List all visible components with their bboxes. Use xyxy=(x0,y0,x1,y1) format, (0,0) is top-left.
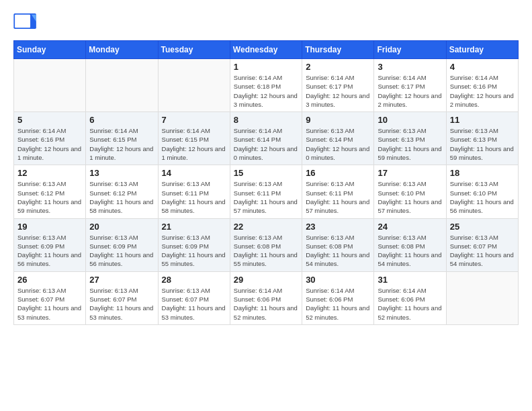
day-info: Sunrise: 6:13 AM Sunset: 6:07 PM Dayligh… xyxy=(89,286,154,322)
day-number: 7 xyxy=(162,115,226,125)
calendar-week-row: 26Sunrise: 6:13 AM Sunset: 6:07 PM Dayli… xyxy=(14,271,519,324)
calendar-day-cell: 16Sunrise: 6:13 AM Sunset: 6:11 PM Dayli… xyxy=(302,165,374,218)
calendar-day-cell: 5Sunrise: 6:14 AM Sunset: 6:16 PM Daylig… xyxy=(14,112,86,165)
calendar-day-cell: 14Sunrise: 6:13 AM Sunset: 6:11 PM Dayli… xyxy=(158,165,230,218)
day-number: 27 xyxy=(89,275,154,285)
calendar-day-cell: 24Sunrise: 6:13 AM Sunset: 6:08 PM Dayli… xyxy=(374,218,446,271)
day-info: Sunrise: 6:13 AM Sunset: 6:13 PM Dayligh… xyxy=(450,126,515,162)
day-info: Sunrise: 6:14 AM Sunset: 6:16 PM Dayligh… xyxy=(450,73,515,109)
day-info: Sunrise: 6:14 AM Sunset: 6:15 PM Dayligh… xyxy=(162,126,226,162)
day-info: Sunrise: 6:14 AM Sunset: 6:18 PM Dayligh… xyxy=(234,73,298,109)
calendar-day-cell: 6Sunrise: 6:14 AM Sunset: 6:15 PM Daylig… xyxy=(86,112,158,165)
day-number: 10 xyxy=(378,115,442,125)
day-number: 30 xyxy=(306,275,370,285)
calendar-day-cell: 21Sunrise: 6:13 AM Sunset: 6:09 PM Dayli… xyxy=(158,218,230,271)
day-info: Sunrise: 6:14 AM Sunset: 6:17 PM Dayligh… xyxy=(306,73,370,109)
calendar-day-cell: 19Sunrise: 6:13 AM Sunset: 6:09 PM Dayli… xyxy=(14,218,86,271)
calendar-day-cell: 17Sunrise: 6:13 AM Sunset: 6:10 PM Dayli… xyxy=(374,165,446,218)
calendar-day-cell: 13Sunrise: 6:13 AM Sunset: 6:12 PM Dayli… xyxy=(86,165,158,218)
day-info: Sunrise: 6:13 AM Sunset: 6:09 PM Dayligh… xyxy=(162,233,226,269)
calendar-day-cell: 29Sunrise: 6:14 AM Sunset: 6:06 PM Dayli… xyxy=(230,271,302,324)
day-number: 15 xyxy=(234,168,298,178)
day-number: 8 xyxy=(234,115,298,125)
weekday-header: Sunday xyxy=(14,41,86,59)
weekday-header: Tuesday xyxy=(158,41,230,59)
calendar-day-cell: 7Sunrise: 6:14 AM Sunset: 6:15 PM Daylig… xyxy=(158,112,230,165)
calendar-day-cell: 30Sunrise: 6:14 AM Sunset: 6:06 PM Dayli… xyxy=(302,271,374,324)
day-number: 13 xyxy=(89,168,154,178)
day-number: 20 xyxy=(89,222,154,232)
calendar-day-cell xyxy=(158,59,230,112)
day-info: Sunrise: 6:13 AM Sunset: 6:08 PM Dayligh… xyxy=(378,233,442,269)
day-number: 14 xyxy=(162,168,226,178)
day-info: Sunrise: 6:13 AM Sunset: 6:10 PM Dayligh… xyxy=(378,179,442,215)
calendar-day-cell: 26Sunrise: 6:13 AM Sunset: 6:07 PM Dayli… xyxy=(14,271,86,324)
calendar-day-cell: 8Sunrise: 6:14 AM Sunset: 6:14 PM Daylig… xyxy=(230,112,302,165)
calendar-day-cell: 28Sunrise: 6:13 AM Sunset: 6:07 PM Dayli… xyxy=(158,271,230,324)
day-info: Sunrise: 6:13 AM Sunset: 6:08 PM Dayligh… xyxy=(306,233,370,269)
day-number: 21 xyxy=(162,222,226,232)
day-info: Sunrise: 6:13 AM Sunset: 6:08 PM Dayligh… xyxy=(234,233,298,269)
day-info: Sunrise: 6:13 AM Sunset: 6:11 PM Dayligh… xyxy=(234,179,298,215)
day-info: Sunrise: 6:14 AM Sunset: 6:06 PM Dayligh… xyxy=(378,286,442,322)
calendar-day-cell xyxy=(86,59,158,112)
day-info: Sunrise: 6:13 AM Sunset: 6:13 PM Dayligh… xyxy=(378,126,442,162)
calendar-day-cell: 11Sunrise: 6:13 AM Sunset: 6:13 PM Dayli… xyxy=(446,112,518,165)
day-info: Sunrise: 6:14 AM Sunset: 6:15 PM Dayligh… xyxy=(89,126,154,162)
day-info: Sunrise: 6:13 AM Sunset: 6:09 PM Dayligh… xyxy=(17,233,82,269)
weekday-header: Thursday xyxy=(302,41,374,59)
day-info: Sunrise: 6:13 AM Sunset: 6:12 PM Dayligh… xyxy=(17,179,82,215)
day-info: Sunrise: 6:14 AM Sunset: 6:16 PM Dayligh… xyxy=(17,126,82,162)
calendar-day-cell: 25Sunrise: 6:13 AM Sunset: 6:07 PM Dayli… xyxy=(446,218,518,271)
day-number: 22 xyxy=(234,222,298,232)
day-number: 2 xyxy=(306,62,370,72)
calendar-week-row: 1Sunrise: 6:14 AM Sunset: 6:18 PM Daylig… xyxy=(14,59,519,112)
day-info: Sunrise: 6:13 AM Sunset: 6:07 PM Dayligh… xyxy=(162,286,226,322)
day-info: Sunrise: 6:13 AM Sunset: 6:11 PM Dayligh… xyxy=(162,179,226,215)
calendar-table: SundayMondayTuesdayWednesdayThursdayFrid… xyxy=(13,40,519,325)
day-number: 16 xyxy=(306,168,370,178)
day-info: Sunrise: 6:14 AM Sunset: 6:06 PM Dayligh… xyxy=(306,286,370,322)
calendar-day-cell: 9Sunrise: 6:13 AM Sunset: 6:14 PM Daylig… xyxy=(302,112,374,165)
calendar-day-cell: 10Sunrise: 6:13 AM Sunset: 6:13 PM Dayli… xyxy=(374,112,446,165)
weekday-header: Saturday xyxy=(446,41,518,59)
weekday-header-row: SundayMondayTuesdayWednesdayThursdayFrid… xyxy=(14,41,519,59)
day-number: 4 xyxy=(450,62,515,72)
calendar-day-cell: 20Sunrise: 6:13 AM Sunset: 6:09 PM Dayli… xyxy=(86,218,158,271)
day-number: 6 xyxy=(89,115,154,125)
day-number: 12 xyxy=(17,168,82,178)
calendar-day-cell: 3Sunrise: 6:14 AM Sunset: 6:17 PM Daylig… xyxy=(374,59,446,112)
day-number: 3 xyxy=(378,62,442,72)
calendar-day-cell: 12Sunrise: 6:13 AM Sunset: 6:12 PM Dayli… xyxy=(14,165,86,218)
day-info: Sunrise: 6:13 AM Sunset: 6:12 PM Dayligh… xyxy=(89,179,154,215)
day-info: Sunrise: 6:13 AM Sunset: 6:07 PM Dayligh… xyxy=(450,233,515,269)
calendar-day-cell: 31Sunrise: 6:14 AM Sunset: 6:06 PM Dayli… xyxy=(374,271,446,324)
day-info: Sunrise: 6:13 AM Sunset: 6:10 PM Dayligh… xyxy=(450,179,515,215)
day-info: Sunrise: 6:14 AM Sunset: 6:14 PM Dayligh… xyxy=(234,126,298,162)
calendar-day-cell: 27Sunrise: 6:13 AM Sunset: 6:07 PM Dayli… xyxy=(86,271,158,324)
day-number: 17 xyxy=(378,168,442,178)
day-number: 23 xyxy=(306,222,370,232)
day-info: Sunrise: 6:14 AM Sunset: 6:17 PM Dayligh… xyxy=(378,73,442,109)
day-number: 28 xyxy=(162,275,226,285)
calendar-week-row: 12Sunrise: 6:13 AM Sunset: 6:12 PM Dayli… xyxy=(14,165,519,218)
calendar-day-cell xyxy=(446,271,518,324)
calendar-day-cell: 18Sunrise: 6:13 AM Sunset: 6:10 PM Dayli… xyxy=(446,165,518,218)
day-info: Sunrise: 6:13 AM Sunset: 6:11 PM Dayligh… xyxy=(306,179,370,215)
calendar-day-cell: 23Sunrise: 6:13 AM Sunset: 6:08 PM Dayli… xyxy=(302,218,374,271)
day-number: 25 xyxy=(450,222,515,232)
day-number: 29 xyxy=(234,275,298,285)
calendar-day-cell xyxy=(14,59,86,112)
calendar-day-cell: 2Sunrise: 6:14 AM Sunset: 6:17 PM Daylig… xyxy=(302,59,374,112)
day-info: Sunrise: 6:13 AM Sunset: 6:09 PM Dayligh… xyxy=(89,233,154,269)
day-info: Sunrise: 6:13 AM Sunset: 6:07 PM Dayligh… xyxy=(17,286,82,322)
svg-rect-2 xyxy=(15,15,30,28)
day-number: 5 xyxy=(17,115,82,125)
calendar-week-row: 5Sunrise: 6:14 AM Sunset: 6:16 PM Daylig… xyxy=(14,112,519,165)
calendar-week-row: 19Sunrise: 6:13 AM Sunset: 6:09 PM Dayli… xyxy=(14,218,519,271)
calendar-day-cell: 1Sunrise: 6:14 AM Sunset: 6:18 PM Daylig… xyxy=(230,59,302,112)
weekday-header: Wednesday xyxy=(230,41,302,59)
day-number: 11 xyxy=(450,115,515,125)
day-number: 18 xyxy=(450,168,515,178)
day-number: 26 xyxy=(17,275,82,285)
